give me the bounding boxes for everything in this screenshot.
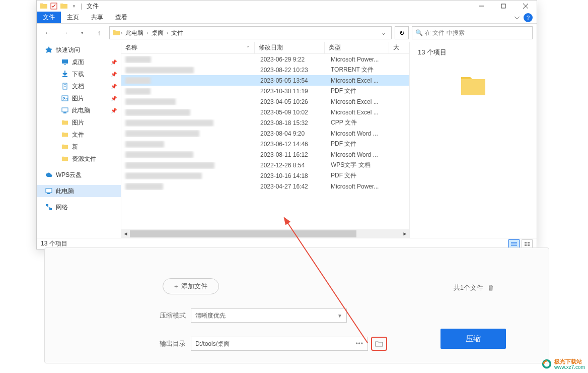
folder-icon xyxy=(112,28,121,37)
sidebar-item-folder-pictures[interactable]: 图片 xyxy=(37,116,121,129)
qat-dropdown-icon[interactable]: ▼ xyxy=(69,1,79,11)
file-row[interactable]: 2023-08-11 16:12Microsoft Word ... xyxy=(121,149,409,160)
tab-share[interactable]: 共享 xyxy=(85,12,109,23)
svg-rect-16 xyxy=(47,193,50,194)
file-row[interactable]: 2023-05-05 13:54Microsoft Excel ... xyxy=(121,75,409,86)
nav-sidebar: 快速访问 桌面📌 下载📌 文档📌 图片📌 此电脑📌 xyxy=(37,42,121,238)
sidebar-item-folder-files[interactable]: 文件 xyxy=(37,129,121,141)
sidebar-item-this-pc[interactable]: 此电脑📌 xyxy=(37,104,121,116)
ribbon-collapse-icon[interactable] xyxy=(510,12,524,23)
file-row[interactable]: 2023-08-04 9:20Microsoft Word ... xyxy=(121,128,409,139)
tab-home[interactable]: 主页 xyxy=(61,12,85,23)
column-type[interactable]: 类型 xyxy=(325,42,390,53)
svg-rect-5 xyxy=(62,59,68,64)
scroll-thumb[interactable] xyxy=(130,230,356,237)
breadcrumb-bar[interactable]: › 此电脑 › 桌面 › 文件 ⌄ xyxy=(109,26,392,39)
file-list[interactable]: 2023-06-29 9:22Microsoft Power...2023-08… xyxy=(121,54,409,229)
refresh-button[interactable]: ↻ xyxy=(395,26,409,39)
mode-select[interactable]: 清晰度优先 ▼ xyxy=(191,308,347,323)
svg-rect-6 xyxy=(64,64,66,65)
address-bar-row: ← → ▾ ↑ › 此电脑 › 桌面 › 文件 ⌄ ↻ 🔍 在 文件 中搜索 xyxy=(37,24,537,42)
help-button[interactable]: ? xyxy=(524,13,533,22)
sidebar-item-folder-resources[interactable]: 资源文件 xyxy=(37,153,121,165)
tab-file[interactable]: 文件 xyxy=(37,12,61,23)
picture-icon xyxy=(61,94,69,102)
file-name-redacted xyxy=(125,141,164,148)
sidebar-label: 下载 xyxy=(72,70,84,79)
scroll-right-icon[interactable]: ► xyxy=(401,229,409,238)
file-row[interactable]: 2023-10-30 11:19PDF 文件 xyxy=(121,86,409,96)
pin-icon: 📌 xyxy=(111,72,117,77)
file-row[interactable]: 2023-06-29 9:22Microsoft Power... xyxy=(121,54,409,65)
sidebar-item-pictures[interactable]: 图片📌 xyxy=(37,92,121,104)
trash-icon[interactable] xyxy=(487,284,494,291)
sidebar-item-downloads[interactable]: 下载📌 xyxy=(37,68,121,80)
file-date: 2023-08-18 15:32 xyxy=(256,119,327,127)
pin-icon: 📌 xyxy=(111,108,117,113)
back-button[interactable]: ← xyxy=(41,26,55,40)
sidebar-item-folder-new[interactable]: 新 xyxy=(37,141,121,153)
column-date[interactable]: 修改日期 xyxy=(255,42,325,53)
file-row[interactable]: 2023-08-18 15:32CPP 文件 xyxy=(121,117,409,128)
file-date: 2023-08-04 9:20 xyxy=(256,130,327,137)
file-row[interactable]: 2023-10-16 14:18PDF 文件 xyxy=(121,170,409,181)
file-type: Microsoft Excel ... xyxy=(327,98,392,105)
sidebar-item-documents[interactable]: 文档📌 xyxy=(37,80,121,92)
up-button[interactable]: ↑ xyxy=(92,26,106,40)
sidebar-label: 文档 xyxy=(72,82,84,91)
close-button[interactable] xyxy=(514,1,537,12)
file-row[interactable]: 2023-04-05 10:26Microsoft Excel ... xyxy=(121,96,409,107)
compress-button[interactable]: 压缩 xyxy=(440,329,506,349)
sidebar-item-desktop[interactable]: 桌面📌 xyxy=(37,56,121,68)
qat-checkbox-icon[interactable] xyxy=(49,1,59,11)
file-row[interactable]: 2023-06-12 14:46PDF 文件 xyxy=(121,139,409,149)
file-row[interactable]: 2023-08-22 10:23TORRENT 文件 xyxy=(121,65,409,75)
compress-dialog: + 添加文件 共1个文件 压缩模式 清晰度优先 ▼ 输出目录 D:/tools/… xyxy=(44,247,549,363)
sort-asc-icon: ⌃ xyxy=(246,45,250,50)
sidebar-item-this-pc-main[interactable]: 此电脑 xyxy=(37,185,121,197)
svg-rect-14 xyxy=(63,112,66,113)
scroll-left-icon[interactable]: ◄ xyxy=(121,229,130,238)
sidebar-item-wps-cloud[interactable]: WPS云盘 xyxy=(37,169,121,181)
browse-folder-button[interactable] xyxy=(371,337,387,351)
sidebar-label: WPS云盘 xyxy=(56,171,82,179)
file-date: 2022-12-26 8:54 xyxy=(256,162,327,169)
preview-pane: 13 个项目 xyxy=(409,42,537,238)
details-view-button[interactable] xyxy=(508,239,520,248)
sidebar-item-quick-access[interactable]: 快速访问 xyxy=(37,44,121,56)
chevron-down-icon: ▼ xyxy=(337,313,342,319)
svg-rect-13 xyxy=(62,108,68,112)
history-dropdown-icon[interactable]: ▾ xyxy=(75,26,89,40)
file-type: CPP 文件 xyxy=(327,118,392,127)
horizontal-scrollbar[interactable]: ◄ ► xyxy=(121,229,409,238)
svg-rect-24 xyxy=(528,242,530,243)
address-dropdown-icon[interactable]: ⌄ xyxy=(378,29,389,36)
file-row[interactable]: 2023-05-09 10:02Microsoft Excel ... xyxy=(121,107,409,117)
folder-icon xyxy=(61,131,69,139)
watermark-url: www.xz7.com xyxy=(554,364,585,370)
maximize-button[interactable] xyxy=(492,1,514,12)
breadcrumb-desktop[interactable]: 桌面 xyxy=(149,29,167,37)
column-size[interactable]: 大 xyxy=(389,42,409,53)
explorer-body: 快速访问 桌面📌 下载📌 文档📌 图片📌 此电脑📌 xyxy=(37,42,537,238)
add-files-button[interactable]: + 添加文件 xyxy=(163,278,219,294)
file-name-redacted xyxy=(125,162,214,169)
tab-view[interactable]: 查看 xyxy=(109,12,133,23)
column-name[interactable]: 名称⌃ xyxy=(121,42,255,53)
more-icon[interactable]: ••• xyxy=(355,340,363,347)
icons-view-button[interactable] xyxy=(522,239,533,248)
svg-rect-18 xyxy=(49,208,52,210)
minimize-button[interactable] xyxy=(470,1,492,12)
output-path-input[interactable]: D:/tools/桌面 ••• xyxy=(191,337,368,351)
search-input[interactable]: 🔍 在 文件 中搜索 xyxy=(412,26,533,39)
svg-line-19 xyxy=(47,206,51,208)
breadcrumb-current[interactable]: 文件 xyxy=(168,29,186,37)
sidebar-item-network[interactable]: 网络 xyxy=(37,201,121,213)
breadcrumb-this-pc[interactable]: 此电脑 xyxy=(122,29,146,37)
watermark-title: 极光下载站 xyxy=(554,358,585,364)
file-row[interactable]: 2022-12-26 8:54WPS文字 文档 xyxy=(121,160,409,170)
sidebar-label: 桌面 xyxy=(72,58,84,67)
file-date: 2023-05-05 13:54 xyxy=(256,77,327,84)
file-row[interactable]: 2023-04-27 16:42Microsoft Power... xyxy=(121,181,409,192)
file-type: Microsoft Word ... xyxy=(327,130,392,137)
